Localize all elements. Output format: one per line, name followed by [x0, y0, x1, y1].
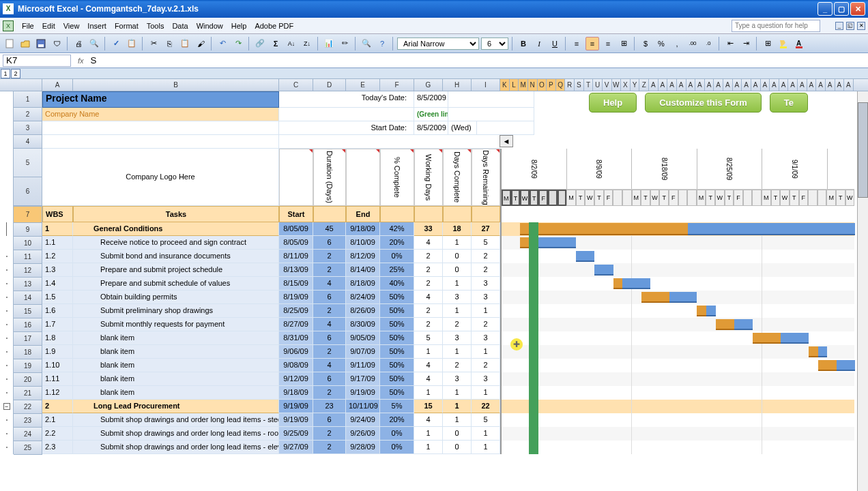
col-header-narrow[interactable]: A: [742, 79, 751, 91]
cell-dc[interactable]: 1: [443, 386, 472, 400]
row-header[interactable]: 12: [14, 264, 42, 278]
cell-wbs[interactable]: 1.8: [42, 331, 73, 345]
cell-dr[interactable]: 1: [472, 427, 500, 441]
align-left-icon[interactable]: ≡: [570, 37, 583, 50]
cell-dc[interactable]: 1: [443, 304, 472, 318]
cell-task[interactable]: blank item: [73, 359, 279, 372]
percent-icon[interactable]: %: [654, 37, 668, 50]
cell-dc[interactable]: 3: [443, 331, 472, 345]
window-maximize-button[interactable]: ▢: [834, 2, 849, 16]
cell-start[interactable]: 8/05/09: [279, 236, 313, 250]
menu-format[interactable]: Format: [115, 22, 139, 30]
col-header-narrow[interactable]: A: [733, 79, 742, 91]
redo-icon[interactable]: ↷: [231, 37, 245, 50]
cell-dr[interactable]: 22: [472, 400, 500, 413]
cell-end[interactable]: 9/05/09: [346, 331, 380, 345]
cell-task[interactable]: Submit shop drawings and order long lead…: [73, 413, 279, 427]
cell-pct[interactable]: 50%: [380, 291, 414, 304]
decrease-decimal-icon[interactable]: .0: [701, 37, 715, 50]
cell-start[interactable]: 9/12/09: [279, 372, 313, 386]
col-header[interactable]: I: [472, 79, 500, 91]
cell-dr[interactable]: 5: [472, 236, 500, 250]
open-icon[interactable]: [18, 37, 32, 50]
cell-task[interactable]: blank item: [73, 372, 279, 386]
cell-duration[interactable]: 45: [313, 222, 346, 236]
cell-task[interactable]: blank item: [73, 331, 279, 345]
cell-dr[interactable]: 1: [472, 386, 500, 400]
cell-end[interactable]: 8/14/09: [346, 263, 380, 277]
cell-wd[interactable]: 33: [414, 222, 443, 236]
cell-start[interactable]: 8/31/09: [279, 331, 313, 345]
cell-wbs[interactable]: 1.9: [42, 345, 73, 359]
cell-wd[interactable]: 4: [414, 291, 443, 304]
col-header[interactable]: A: [42, 79, 73, 91]
col-header-narrow[interactable]: S: [575, 79, 584, 91]
cell-task[interactable]: Submit preliminary shop drawings: [73, 304, 279, 318]
cell-task[interactable]: Prepare and submit schedule of values: [73, 277, 279, 291]
cell-duration[interactable]: 2: [313, 427, 346, 441]
cell-duration[interactable]: 2: [313, 441, 346, 454]
cell-duration[interactable]: 2: [313, 304, 346, 318]
cell-dr[interactable]: 1: [472, 345, 500, 359]
workbook-restore-button[interactable]: ◱: [846, 22, 854, 30]
col-header-narrow[interactable]: A: [695, 79, 705, 91]
col-header-narrow[interactable]: T: [584, 79, 594, 91]
zoom-icon[interactable]: 🔍: [360, 37, 373, 50]
cell-end[interactable]: 9/07/09: [346, 345, 380, 359]
menu-view[interactable]: View: [63, 22, 80, 30]
cell-end[interactable]: 8/30/09: [346, 318, 380, 331]
row-header[interactable]: 11: [14, 250, 42, 264]
row-header[interactable]: 19: [14, 359, 42, 373]
customize-form-button[interactable]: Customize this Form: [645, 93, 762, 113]
cell-wd[interactable]: 2: [414, 263, 443, 277]
cell-dc[interactable]: 0: [443, 263, 472, 277]
cell-duration[interactable]: 6: [313, 372, 346, 386]
name-box[interactable]: [3, 55, 71, 67]
cells-area[interactable]: Project Name Today's Date: 8/5/2009 Help…: [42, 91, 868, 454]
cell-start[interactable]: 9/27/09: [279, 441, 313, 454]
cell-wd[interactable]: 1: [414, 441, 443, 454]
row-header[interactable]: 14: [14, 291, 42, 305]
increase-indent-icon[interactable]: ⇥: [739, 37, 753, 50]
row-header[interactable]: 23: [14, 414, 42, 428]
cell-duration[interactable]: 4: [313, 359, 346, 372]
cell-task[interactable]: Submit bond and insurance documents: [73, 250, 279, 263]
cell-wbs[interactable]: 1.5: [42, 291, 73, 304]
cell-dc[interactable]: 18: [443, 222, 472, 236]
col-header[interactable]: C: [279, 79, 313, 91]
menu-tools[interactable]: Tools: [147, 22, 164, 30]
cell-wd[interactable]: 4: [414, 236, 443, 250]
cell-pct[interactable]: 42%: [380, 222, 414, 236]
cell-pct[interactable]: 50%: [380, 318, 414, 331]
cell-wd[interactable]: 1: [414, 345, 443, 359]
cell-task[interactable]: Receive notice to proceed and sign contr…: [73, 236, 279, 250]
col-header-narrow[interactable]: A: [667, 79, 677, 91]
cut-icon[interactable]: ✂: [147, 37, 160, 50]
format-painter-icon[interactable]: 🖌: [194, 37, 207, 50]
col-header-narrow[interactable]: O: [538, 79, 547, 91]
col-header-narrow[interactable]: A: [723, 79, 733, 91]
cell-duration[interactable]: 6: [313, 236, 346, 250]
outline-level-1[interactable]: 1: [1, 69, 10, 78]
project-name-cell[interactable]: Project Name: [42, 91, 279, 108]
cell-duration[interactable]: 6: [313, 331, 346, 345]
cell-duration[interactable]: 6: [313, 413, 346, 427]
cell-start[interactable]: 9/19/09: [279, 413, 313, 427]
col-header-narrow[interactable]: V: [603, 79, 612, 91]
col-header-narrow[interactable]: P: [547, 79, 556, 91]
cell-dc[interactable]: 0: [443, 250, 472, 263]
autosum-icon[interactable]: Σ: [269, 37, 283, 50]
cell-pct[interactable]: 0%: [380, 427, 414, 441]
col-header-narrow[interactable]: A: [816, 79, 826, 91]
workbook-minimize-button[interactable]: _: [835, 22, 843, 30]
cell-start[interactable]: 8/27/09: [279, 318, 313, 331]
copy-icon[interactable]: ⎘: [162, 37, 176, 50]
col-header-narrow[interactable]: L: [510, 79, 519, 91]
cell-pct[interactable]: 20%: [380, 236, 414, 250]
cell-dr[interactable]: 1: [472, 304, 500, 318]
cell-wbs[interactable]: 1.11: [42, 372, 73, 386]
cell-duration[interactable]: 2: [313, 263, 346, 277]
col-header-narrow[interactable]: A: [835, 79, 845, 91]
gantt-scroll-left-button[interactable]: ◄: [500, 135, 513, 147]
cell-task[interactable]: Submit shop drawings and order long lead…: [73, 441, 279, 454]
